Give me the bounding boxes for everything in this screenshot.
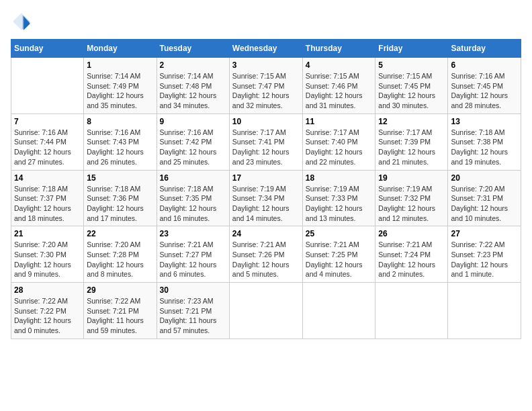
calendar-cell: 6Sunrise: 7:16 AM Sunset: 7:45 PM Daylig…: [448, 58, 521, 114]
day-info: Sunrise: 7:17 AM Sunset: 7:41 PM Dayligh…: [232, 128, 300, 167]
day-number: 9: [160, 117, 226, 126]
day-number: 8: [87, 117, 153, 126]
calendar-cell: 9Sunrise: 7:16 AM Sunset: 7:42 PM Daylig…: [157, 113, 229, 170]
day-info: Sunrise: 7:17 AM Sunset: 7:39 PM Dayligh…: [378, 128, 445, 167]
calendar-cell: 5Sunrise: 7:15 AM Sunset: 7:45 PM Daylig…: [375, 58, 448, 114]
calendar-cell: [375, 283, 448, 339]
calendar-cell: 1Sunrise: 7:14 AM Sunset: 7:49 PM Daylig…: [84, 58, 157, 114]
calendar-cell: 13Sunrise: 7:18 AM Sunset: 7:38 PM Dayli…: [448, 113, 521, 170]
calendar-cell: 29Sunrise: 7:22 AM Sunset: 7:21 PM Dayli…: [84, 283, 157, 339]
calendar-cell: 4Sunrise: 7:15 AM Sunset: 7:46 PM Daylig…: [302, 58, 375, 114]
day-number: 1: [87, 60, 153, 70]
calendar-cell: 28Sunrise: 7:22 AM Sunset: 7:22 PM Dayli…: [11, 283, 84, 339]
day-number: 25: [306, 229, 373, 238]
day-number: 27: [451, 229, 518, 238]
calendar-cell: 27Sunrise: 7:22 AM Sunset: 7:23 PM Dayli…: [448, 226, 521, 283]
calendar-cell: 11Sunrise: 7:17 AM Sunset: 7:40 PM Dayli…: [302, 113, 375, 170]
day-number: 10: [232, 117, 300, 126]
calendar-cell: 14Sunrise: 7:18 AM Sunset: 7:37 PM Dayli…: [11, 170, 84, 226]
weekday-header: Thursday: [302, 40, 375, 58]
calendar-cell: 24Sunrise: 7:21 AM Sunset: 7:26 PM Dayli…: [229, 226, 302, 283]
calendar-cell: 8Sunrise: 7:16 AM Sunset: 7:43 PM Daylig…: [84, 113, 157, 170]
day-info: Sunrise: 7:16 AM Sunset: 7:43 PM Dayligh…: [87, 128, 153, 167]
weekday-header: Monday: [84, 40, 157, 58]
weekday-header: Sunday: [11, 40, 84, 58]
weekday-header: Wednesday: [229, 40, 302, 58]
calendar-cell: 3Sunrise: 7:15 AM Sunset: 7:47 PM Daylig…: [229, 58, 302, 114]
day-info: Sunrise: 7:23 AM Sunset: 7:21 PM Dayligh…: [160, 296, 226, 336]
day-info: Sunrise: 7:21 AM Sunset: 7:24 PM Dayligh…: [378, 240, 445, 279]
day-number: 30: [160, 285, 226, 295]
calendar-cell: [302, 283, 375, 339]
day-number: 7: [14, 117, 81, 126]
calendar-cell: [11, 58, 84, 114]
day-info: Sunrise: 7:16 AM Sunset: 7:45 PM Dayligh…: [451, 71, 518, 111]
day-number: 23: [160, 229, 226, 238]
day-info: Sunrise: 7:18 AM Sunset: 7:36 PM Dayligh…: [87, 184, 153, 224]
day-number: 2: [160, 60, 226, 70]
day-info: Sunrise: 7:21 AM Sunset: 7:27 PM Dayligh…: [160, 240, 226, 279]
calendar-cell: 2Sunrise: 7:14 AM Sunset: 7:48 PM Daylig…: [157, 58, 229, 114]
header: [11, 11, 521, 32]
calendar-cell: 20Sunrise: 7:20 AM Sunset: 7:31 PM Dayli…: [448, 170, 521, 226]
calendar-cell: 26Sunrise: 7:21 AM Sunset: 7:24 PM Dayli…: [375, 226, 448, 283]
day-info: Sunrise: 7:19 AM Sunset: 7:34 PM Dayligh…: [232, 184, 300, 224]
calendar-cell: 15Sunrise: 7:18 AM Sunset: 7:36 PM Dayli…: [84, 170, 157, 226]
calendar-cell: 30Sunrise: 7:23 AM Sunset: 7:21 PM Dayli…: [157, 283, 229, 339]
calendar-cell: 7Sunrise: 7:16 AM Sunset: 7:44 PM Daylig…: [11, 113, 84, 170]
day-number: 15: [87, 173, 153, 183]
day-number: 22: [87, 229, 153, 238]
day-number: 14: [14, 173, 81, 183]
calendar-cell: 18Sunrise: 7:19 AM Sunset: 7:33 PM Dayli…: [302, 170, 375, 226]
calendar-header: SundayMondayTuesdayWednesdayThursdayFrid…: [11, 40, 521, 58]
day-info: Sunrise: 7:15 AM Sunset: 7:47 PM Dayligh…: [232, 71, 300, 111]
day-number: 17: [232, 173, 300, 183]
calendar-cell: 23Sunrise: 7:21 AM Sunset: 7:27 PM Dayli…: [157, 226, 229, 283]
logo-icon: [11, 11, 32, 32]
day-number: 29: [87, 285, 153, 295]
day-number: 21: [14, 229, 81, 238]
calendar-cell: 22Sunrise: 7:20 AM Sunset: 7:28 PM Dayli…: [84, 226, 157, 283]
calendar-cell: [448, 283, 521, 339]
day-info: Sunrise: 7:18 AM Sunset: 7:38 PM Dayligh…: [451, 128, 518, 167]
logo: [11, 11, 35, 32]
calendar-table: SundayMondayTuesdayWednesdayThursdayFrid…: [11, 39, 521, 339]
day-info: Sunrise: 7:15 AM Sunset: 7:46 PM Dayligh…: [306, 71, 373, 111]
day-number: 16: [160, 173, 226, 183]
weekday-header: Tuesday: [157, 40, 229, 58]
day-number: 6: [451, 60, 518, 70]
day-number: 3: [232, 60, 300, 70]
calendar-cell: 17Sunrise: 7:19 AM Sunset: 7:34 PM Dayli…: [229, 170, 302, 226]
day-info: Sunrise: 7:22 AM Sunset: 7:23 PM Dayligh…: [451, 240, 518, 279]
day-number: 13: [451, 117, 518, 126]
day-info: Sunrise: 7:20 AM Sunset: 7:30 PM Dayligh…: [14, 240, 81, 279]
day-number: 12: [378, 117, 445, 126]
day-info: Sunrise: 7:20 AM Sunset: 7:31 PM Dayligh…: [451, 184, 518, 224]
day-info: Sunrise: 7:14 AM Sunset: 7:49 PM Dayligh…: [87, 71, 153, 111]
day-info: Sunrise: 7:20 AM Sunset: 7:28 PM Dayligh…: [87, 240, 153, 279]
calendar-cell: 19Sunrise: 7:19 AM Sunset: 7:32 PM Dayli…: [375, 170, 448, 226]
calendar-cell: 16Sunrise: 7:18 AM Sunset: 7:35 PM Dayli…: [157, 170, 229, 226]
day-number: 18: [306, 173, 373, 183]
day-info: Sunrise: 7:15 AM Sunset: 7:45 PM Dayligh…: [378, 71, 445, 111]
weekday-header: Saturday: [448, 40, 521, 58]
calendar-cell: 25Sunrise: 7:21 AM Sunset: 7:25 PM Dayli…: [302, 226, 375, 283]
calendar-cell: 21Sunrise: 7:20 AM Sunset: 7:30 PM Dayli…: [11, 226, 84, 283]
day-number: 19: [378, 173, 445, 183]
day-info: Sunrise: 7:21 AM Sunset: 7:25 PM Dayligh…: [306, 240, 373, 279]
day-number: 11: [306, 117, 373, 126]
day-number: 4: [306, 60, 373, 70]
day-number: 28: [14, 285, 81, 295]
svg-marker-2: [24, 16, 30, 30]
day-number: 24: [232, 229, 300, 238]
day-number: 20: [451, 173, 518, 183]
day-info: Sunrise: 7:21 AM Sunset: 7:26 PM Dayligh…: [232, 240, 300, 279]
day-info: Sunrise: 7:14 AM Sunset: 7:48 PM Dayligh…: [160, 71, 226, 111]
day-info: Sunrise: 7:18 AM Sunset: 7:37 PM Dayligh…: [14, 184, 81, 224]
day-info: Sunrise: 7:16 AM Sunset: 7:42 PM Dayligh…: [160, 128, 226, 167]
calendar-cell: 10Sunrise: 7:17 AM Sunset: 7:41 PM Dayli…: [229, 113, 302, 170]
day-info: Sunrise: 7:22 AM Sunset: 7:21 PM Dayligh…: [87, 296, 153, 336]
weekday-header: Friday: [375, 40, 448, 58]
day-info: Sunrise: 7:16 AM Sunset: 7:44 PM Dayligh…: [14, 128, 81, 167]
day-info: Sunrise: 7:19 AM Sunset: 7:33 PM Dayligh…: [306, 184, 373, 224]
